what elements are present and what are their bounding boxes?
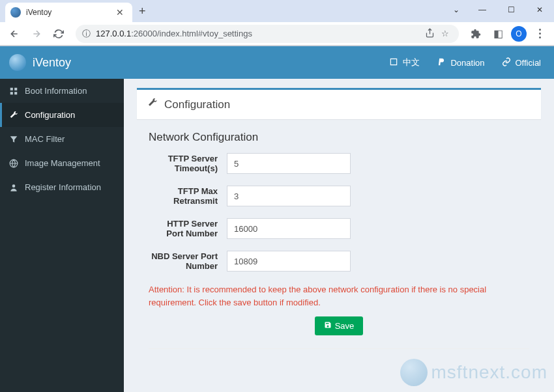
field-tftp-retransmit: TFTP Max Retransmit	[137, 186, 541, 206]
new-tab-button[interactable]: +	[132, 5, 153, 18]
paypal-icon	[437, 57, 446, 68]
url-text: 127.0.0.1:26000/index.html#vtoy_settings	[96, 29, 422, 38]
minimize-button[interactable]: —	[468, 0, 497, 20]
extensions-icon[interactable]	[467, 25, 485, 43]
app-body: Boot Information Configuration MAC Filte…	[0, 79, 554, 392]
window-dropdown-icon[interactable]: ⌄	[445, 0, 468, 20]
brand-title: iVentoy	[33, 56, 71, 70]
field-label: TFTP Server Timeout(s)	[149, 154, 227, 173]
filter-icon	[9, 135, 18, 144]
brand-logo-icon	[9, 54, 26, 71]
official-link[interactable]: Official	[502, 57, 542, 68]
site-info-icon[interactable]: ⓘ	[82, 28, 91, 40]
page-header: Configuration	[137, 88, 541, 119]
field-nbd-port: NBD Server Port Number	[137, 251, 541, 272]
divider	[149, 348, 529, 349]
nbd-port-input[interactable]	[227, 251, 351, 272]
address-bar: ⓘ 127.0.0.1:26000/index.html#vtoy_settin…	[0, 22, 554, 46]
globe-icon	[9, 159, 18, 168]
http-port-input[interactable]	[227, 218, 351, 239]
save-label: Save	[335, 321, 355, 331]
svg-rect-3	[14, 92, 17, 94]
language-icon	[389, 57, 398, 68]
page-title: Configuration	[164, 98, 230, 111]
field-label: TFTP Max Retransmit	[149, 186, 227, 206]
sidebar: Boot Information Configuration MAC Filte…	[0, 79, 124, 392]
donation-link[interactable]: Donation	[437, 57, 484, 68]
svg-rect-0	[10, 87, 13, 90]
tftp-timeout-input[interactable]	[227, 153, 351, 174]
dashboard-icon	[9, 87, 18, 96]
brand[interactable]: iVentoy	[0, 54, 124, 71]
svg-rect-1	[14, 87, 17, 90]
browser-tab[interactable]: iVentoy ✕	[5, 3, 132, 22]
sidebar-item-image-management[interactable]: Image Management	[0, 151, 124, 175]
tab-bar: iVentoy ✕ + ⌄ — ☐ ✕	[0, 0, 554, 22]
wrench-icon	[9, 111, 18, 120]
close-window-button[interactable]: ✕	[525, 0, 554, 20]
back-button[interactable]	[5, 25, 23, 43]
user-icon	[9, 183, 18, 192]
reload-button[interactable]	[50, 25, 68, 43]
field-http-port: HTTP Server Port Number	[137, 218, 541, 239]
sidebar-item-label: Image Management	[25, 158, 100, 168]
tab-title: iVentoy	[26, 8, 114, 17]
sidebar-item-label: MAC Filter	[25, 134, 65, 144]
field-label: HTTP Server Port Number	[149, 219, 227, 238]
save-button[interactable]: Save	[315, 316, 364, 335]
window-controls: ⌄ — ☐ ✕	[445, 0, 554, 20]
language-link[interactable]: 中文	[389, 57, 420, 68]
forward-button[interactable]	[27, 25, 46, 43]
extension-badge-icon[interactable]: ◧	[489, 25, 507, 43]
bookmark-star-icon[interactable]: ☆	[438, 29, 452, 38]
sidebar-item-mac-filter[interactable]: MAC Filter	[0, 127, 124, 151]
maximize-button[interactable]: ☐	[497, 0, 525, 20]
tab-close-icon[interactable]: ✕	[114, 7, 126, 18]
svg-rect-2	[10, 92, 13, 94]
field-label: NBD Server Port Number	[149, 251, 227, 271]
svg-point-5	[12, 184, 16, 188]
link-icon	[502, 57, 511, 68]
share-icon[interactable]	[422, 28, 438, 40]
favicon-icon	[10, 7, 21, 18]
main-content: Configuration Network Configuration TFTP…	[124, 79, 554, 392]
sidebar-item-label: Boot Information	[25, 86, 87, 96]
sidebar-item-boot-information[interactable]: Boot Information	[0, 79, 124, 103]
url-field[interactable]: ⓘ 127.0.0.1:26000/index.html#vtoy_settin…	[76, 25, 459, 43]
sidebar-item-label: Register Information	[25, 182, 101, 192]
browser-chrome: iVentoy ✕ + ⌄ — ☐ ✕ ⓘ 127.0.0.1:26000/in…	[0, 0, 554, 46]
wrench-icon	[147, 98, 158, 111]
profile-avatar[interactable]: O	[511, 26, 527, 42]
sidebar-item-register-information[interactable]: Register Information	[0, 175, 124, 199]
save-icon	[324, 321, 332, 331]
tftp-retransmit-input[interactable]	[227, 186, 351, 206]
attention-text: Attention: It is recommended to keep the…	[137, 283, 541, 309]
section-title: Network Configuration	[149, 131, 529, 144]
field-tftp-timeout: TFTP Server Timeout(s)	[137, 153, 541, 174]
app-topnav: iVentoy 中文 Donation Official	[0, 46, 554, 79]
sidebar-item-label: Configuration	[25, 110, 75, 120]
browser-menu-icon[interactable]	[531, 29, 549, 38]
sidebar-item-configuration[interactable]: Configuration	[0, 103, 124, 127]
